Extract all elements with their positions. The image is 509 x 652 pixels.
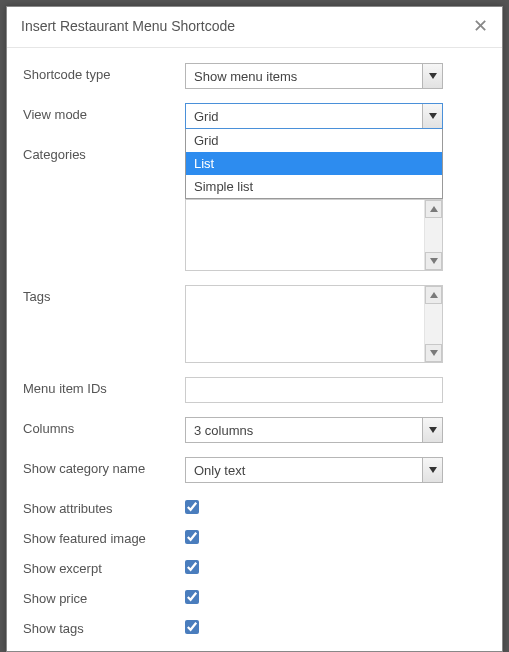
- checkbox-show-price[interactable]: [185, 590, 199, 604]
- row-show-price: Show price: [23, 587, 486, 607]
- checkbox-show-featured-image[interactable]: [185, 530, 199, 544]
- label-menu-item-ids: Menu item IDs: [23, 377, 185, 396]
- select-show-category-name-value: Only text: [194, 463, 245, 478]
- multiselect-categories[interactable]: [185, 199, 443, 271]
- label-view-mode: View mode: [23, 103, 185, 122]
- svg-marker-7: [429, 467, 437, 473]
- label-shortcode-type: Shortcode type: [23, 63, 185, 82]
- select-show-category-name[interactable]: Only text: [185, 457, 443, 483]
- chevron-down-icon: [422, 458, 442, 482]
- label-show-category-name: Show category name: [23, 457, 185, 476]
- scroll-up-icon[interactable]: [425, 286, 442, 304]
- svg-marker-4: [430, 292, 438, 298]
- scrollbar[interactable]: [424, 200, 442, 270]
- label-show-excerpt: Show excerpt: [23, 557, 185, 576]
- row-view-mode: View mode Grid Grid List Simple list: [23, 103, 486, 129]
- svg-marker-0: [429, 73, 437, 79]
- svg-marker-1: [429, 113, 437, 119]
- scroll-up-icon[interactable]: [425, 200, 442, 218]
- row-show-tags: Show tags: [23, 617, 486, 637]
- label-tags: Tags: [23, 285, 185, 304]
- label-columns: Columns: [23, 417, 185, 436]
- checkbox-show-attributes[interactable]: [185, 500, 199, 514]
- view-mode-dropdown: Grid List Simple list: [185, 129, 443, 199]
- dialog-body-scroll[interactable]: Shortcode type Show menu items View mode…: [9, 51, 500, 649]
- row-show-ingredients: Show ingredients: [23, 647, 486, 649]
- svg-marker-5: [430, 350, 438, 356]
- modal-dialog: Insert Restaurant Menu Shortcode ✕ Short…: [6, 6, 503, 652]
- row-menu-item-ids: Menu item IDs: [23, 377, 486, 403]
- row-tags: Tags: [23, 285, 486, 363]
- close-icon[interactable]: ✕: [473, 17, 488, 35]
- select-shortcode-type-value: Show menu items: [194, 69, 297, 84]
- label-show-featured-image: Show featured image: [23, 527, 185, 546]
- checkbox-show-tags[interactable]: [185, 620, 199, 634]
- select-view-mode-value: Grid: [194, 109, 219, 124]
- select-view-mode[interactable]: Grid: [185, 103, 443, 129]
- row-show-excerpt: Show excerpt: [23, 557, 486, 577]
- row-show-attributes: Show attributes: [23, 497, 486, 517]
- svg-marker-6: [429, 427, 437, 433]
- chevron-down-icon: [422, 104, 442, 128]
- view-mode-option-list[interactable]: List: [186, 152, 442, 175]
- multiselect-tags[interactable]: [185, 285, 443, 363]
- label-show-ingredients: Show ingredients: [23, 647, 185, 649]
- row-columns: Columns 3 columns: [23, 417, 486, 443]
- row-show-category-name: Show category name Only text: [23, 457, 486, 483]
- dialog-title: Insert Restaurant Menu Shortcode: [21, 18, 235, 34]
- select-columns-value: 3 columns: [194, 423, 253, 438]
- scroll-down-icon[interactable]: [425, 344, 442, 362]
- select-shortcode-type[interactable]: Show menu items: [185, 63, 443, 89]
- scrollbar[interactable]: [424, 286, 442, 362]
- view-mode-option-simple-list[interactable]: Simple list: [186, 175, 442, 198]
- chevron-down-icon: [422, 418, 442, 442]
- label-categories: Categories: [23, 143, 185, 162]
- select-columns[interactable]: 3 columns: [185, 417, 443, 443]
- input-menu-item-ids[interactable]: [185, 377, 443, 403]
- svg-marker-2: [430, 206, 438, 212]
- label-show-tags: Show tags: [23, 617, 185, 636]
- checkbox-show-excerpt[interactable]: [185, 560, 199, 574]
- scroll-down-icon[interactable]: [425, 252, 442, 270]
- chevron-down-icon: [422, 64, 442, 88]
- row-shortcode-type: Shortcode type Show menu items: [23, 63, 486, 89]
- row-show-featured-image: Show featured image: [23, 527, 486, 547]
- titlebar: Insert Restaurant Menu Shortcode ✕: [7, 7, 502, 48]
- label-show-attributes: Show attributes: [23, 497, 185, 516]
- label-show-price: Show price: [23, 587, 185, 606]
- svg-marker-3: [430, 258, 438, 264]
- view-mode-option-grid[interactable]: Grid: [186, 129, 442, 152]
